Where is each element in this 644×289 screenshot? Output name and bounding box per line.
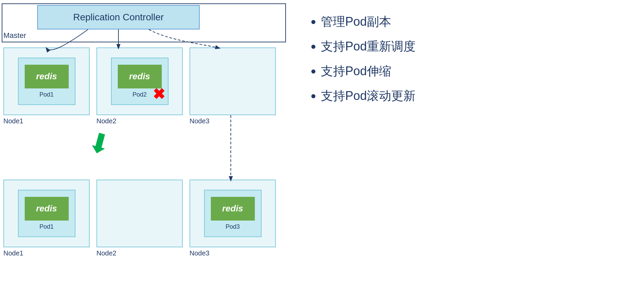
bullet-item-3: 支持Pod伸缩 — [311, 63, 624, 80]
node-label-bottom-1: Node1 — [3, 249, 90, 257]
bullet-dot-4 — [311, 94, 315, 98]
node-label-top-2: Node2 — [96, 117, 183, 125]
redis-box-top-2: redis — [118, 65, 162, 88]
redis-label-top-1: redis — [36, 71, 57, 82]
right-panel: 管理Pod副本 支持Pod重新调度 支持Pod伸缩 支持Pod滚动更新 — [291, 0, 644, 289]
node-box-bottom-3: redis Pod3 — [190, 180, 276, 247]
bullet-item-1: 管理Pod副本 — [311, 14, 624, 30]
node-label-top-3: Node3 — [190, 117, 276, 125]
top-node-1: redis Pod1 Node1 — [3, 47, 90, 125]
pod-label-bottom-3: Pod3 — [225, 223, 240, 230]
master-label: Master — [3, 31, 26, 40]
rc-label: Replication Controller — [73, 12, 164, 23]
node-box-top-2: redis Pod2 ✖ — [96, 47, 183, 115]
green-arrow-icon: ⬇ — [84, 126, 114, 162]
redis-box-bottom-1: redis — [25, 197, 69, 221]
diagram-panel: Replication Controller Master redis Pod1… — [0, 0, 291, 289]
node-box-bottom-1: redis Pod1 — [3, 180, 90, 247]
pod-label-top-1: Pod1 — [39, 91, 53, 98]
redis-box-bottom-3: redis — [211, 197, 255, 221]
bottom-nodes: redis Pod1 Node1 Node2 redis Pod3 — [3, 180, 276, 257]
pod-label-top-2: Pod2 — [132, 91, 147, 98]
node-label-top-1: Node1 — [3, 117, 90, 125]
bullet-text-3: 支持Pod伸缩 — [321, 63, 391, 80]
bullet-text-1: 管理Pod副本 — [321, 14, 391, 30]
bullet-item-2: 支持Pod重新调度 — [311, 38, 624, 55]
redis-label-bottom-1: redis — [36, 203, 57, 214]
bottom-node-2: Node2 — [96, 180, 183, 257]
redis-label-top-2: redis — [129, 71, 150, 82]
x-mark-icon: ✖ — [153, 87, 165, 102]
node-label-bottom-2: Node2 — [96, 249, 183, 257]
top-node-3: Node3 — [190, 47, 276, 125]
redis-label-bottom-3: redis — [222, 203, 243, 214]
node-label-bottom-3: Node3 — [190, 249, 276, 257]
pod-box-bottom-3: redis Pod3 — [204, 190, 262, 237]
bullet-dot-3 — [311, 69, 315, 74]
bottom-node-1: redis Pod1 Node1 — [3, 180, 90, 257]
bullet-item-4: 支持Pod滚动更新 — [311, 88, 624, 104]
pod-box-bottom-1: redis Pod1 — [18, 190, 75, 237]
top-node-2: redis Pod2 ✖ Node2 — [96, 47, 183, 125]
top-nodes: redis Pod1 Node1 redis Pod2 ✖ Node2 — [3, 47, 276, 125]
pod-label-bottom-1: Pod1 — [39, 223, 53, 230]
node-box-bottom-2 — [96, 180, 183, 247]
bullet-list: 管理Pod副本 支持Pod重新调度 支持Pod伸缩 支持Pod滚动更新 — [311, 14, 624, 104]
node-box-top-1: redis Pod1 — [3, 47, 90, 115]
bullet-text-4: 支持Pod滚动更新 — [321, 88, 416, 104]
bullet-dot-1 — [311, 20, 315, 24]
redis-box-top-1: redis — [25, 65, 69, 88]
bottom-node-3: redis Pod3 Node3 — [190, 180, 276, 257]
bullet-dot-2 — [311, 45, 315, 49]
bullet-text-2: 支持Pod重新调度 — [321, 38, 416, 55]
node-box-top-3 — [190, 47, 276, 115]
rc-box: Replication Controller — [37, 5, 200, 29]
pod-box-top-1: redis Pod1 — [18, 58, 75, 105]
pod-box-top-2: redis Pod2 ✖ — [111, 58, 169, 105]
